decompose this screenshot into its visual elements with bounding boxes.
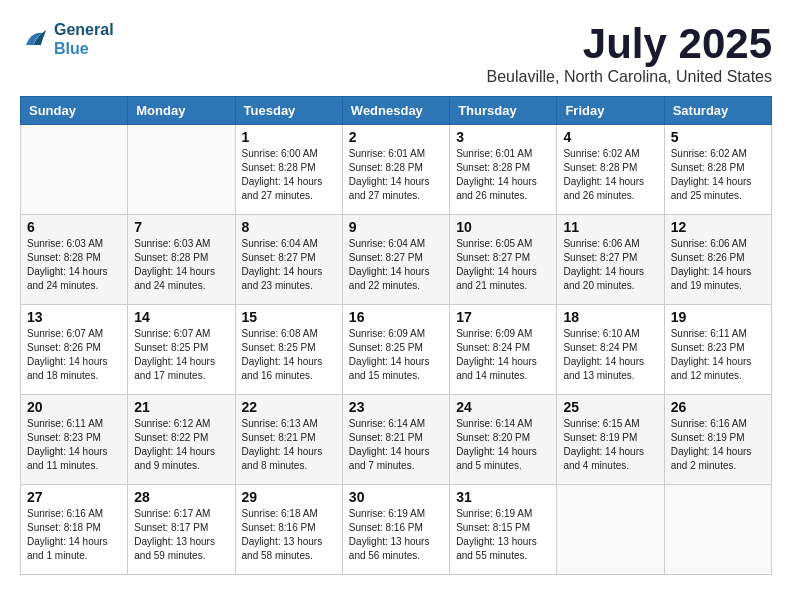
calendar-cell: 24Sunrise: 6:14 AM Sunset: 8:20 PM Dayli… bbox=[450, 395, 557, 485]
calendar-cell bbox=[128, 125, 235, 215]
day-info: Sunrise: 6:02 AM Sunset: 8:28 PM Dayligh… bbox=[671, 147, 765, 203]
calendar-cell: 26Sunrise: 6:16 AM Sunset: 8:19 PM Dayli… bbox=[664, 395, 771, 485]
day-number: 31 bbox=[456, 489, 550, 505]
day-info: Sunrise: 6:08 AM Sunset: 8:25 PM Dayligh… bbox=[242, 327, 336, 383]
calendar-cell: 31Sunrise: 6:19 AM Sunset: 8:15 PM Dayli… bbox=[450, 485, 557, 575]
day-info: Sunrise: 6:11 AM Sunset: 8:23 PM Dayligh… bbox=[671, 327, 765, 383]
day-info: Sunrise: 6:01 AM Sunset: 8:28 PM Dayligh… bbox=[456, 147, 550, 203]
day-number: 15 bbox=[242, 309, 336, 325]
day-info: Sunrise: 6:10 AM Sunset: 8:24 PM Dayligh… bbox=[563, 327, 657, 383]
day-number: 10 bbox=[456, 219, 550, 235]
calendar-cell: 25Sunrise: 6:15 AM Sunset: 8:19 PM Dayli… bbox=[557, 395, 664, 485]
calendar-week-5: 27Sunrise: 6:16 AM Sunset: 8:18 PM Dayli… bbox=[21, 485, 772, 575]
day-number: 22 bbox=[242, 399, 336, 415]
day-number: 20 bbox=[27, 399, 121, 415]
calendar-week-3: 13Sunrise: 6:07 AM Sunset: 8:26 PM Dayli… bbox=[21, 305, 772, 395]
calendar-table: Sunday Monday Tuesday Wednesday Thursday… bbox=[20, 96, 772, 575]
calendar-cell: 21Sunrise: 6:12 AM Sunset: 8:22 PM Dayli… bbox=[128, 395, 235, 485]
col-thursday: Thursday bbox=[450, 97, 557, 125]
day-number: 18 bbox=[563, 309, 657, 325]
calendar-cell: 6Sunrise: 6:03 AM Sunset: 8:28 PM Daylig… bbox=[21, 215, 128, 305]
day-number: 2 bbox=[349, 129, 443, 145]
day-number: 8 bbox=[242, 219, 336, 235]
calendar-cell: 27Sunrise: 6:16 AM Sunset: 8:18 PM Dayli… bbox=[21, 485, 128, 575]
day-info: Sunrise: 6:07 AM Sunset: 8:25 PM Dayligh… bbox=[134, 327, 228, 383]
day-info: Sunrise: 6:18 AM Sunset: 8:16 PM Dayligh… bbox=[242, 507, 336, 563]
calendar-cell: 29Sunrise: 6:18 AM Sunset: 8:16 PM Dayli… bbox=[235, 485, 342, 575]
logo: General Blue bbox=[20, 20, 114, 58]
calendar-cell: 2Sunrise: 6:01 AM Sunset: 8:28 PM Daylig… bbox=[342, 125, 449, 215]
calendar-cell: 5Sunrise: 6:02 AM Sunset: 8:28 PM Daylig… bbox=[664, 125, 771, 215]
col-sunday: Sunday bbox=[21, 97, 128, 125]
calendar-cell bbox=[557, 485, 664, 575]
day-number: 19 bbox=[671, 309, 765, 325]
day-info: Sunrise: 6:03 AM Sunset: 8:28 PM Dayligh… bbox=[134, 237, 228, 293]
calendar-week-2: 6Sunrise: 6:03 AM Sunset: 8:28 PM Daylig… bbox=[21, 215, 772, 305]
calendar-cell: 9Sunrise: 6:04 AM Sunset: 8:27 PM Daylig… bbox=[342, 215, 449, 305]
col-monday: Monday bbox=[128, 97, 235, 125]
calendar-cell: 22Sunrise: 6:13 AM Sunset: 8:21 PM Dayli… bbox=[235, 395, 342, 485]
col-saturday: Saturday bbox=[664, 97, 771, 125]
day-info: Sunrise: 6:11 AM Sunset: 8:23 PM Dayligh… bbox=[27, 417, 121, 473]
calendar-cell: 30Sunrise: 6:19 AM Sunset: 8:16 PM Dayli… bbox=[342, 485, 449, 575]
calendar-cell: 28Sunrise: 6:17 AM Sunset: 8:17 PM Dayli… bbox=[128, 485, 235, 575]
day-info: Sunrise: 6:09 AM Sunset: 8:24 PM Dayligh… bbox=[456, 327, 550, 383]
day-info: Sunrise: 6:02 AM Sunset: 8:28 PM Dayligh… bbox=[563, 147, 657, 203]
day-info: Sunrise: 6:14 AM Sunset: 8:21 PM Dayligh… bbox=[349, 417, 443, 473]
day-number: 21 bbox=[134, 399, 228, 415]
calendar-week-1: 1Sunrise: 6:00 AM Sunset: 8:28 PM Daylig… bbox=[21, 125, 772, 215]
day-info: Sunrise: 6:16 AM Sunset: 8:19 PM Dayligh… bbox=[671, 417, 765, 473]
logo-text-line1: General bbox=[54, 20, 114, 39]
col-friday: Friday bbox=[557, 97, 664, 125]
day-number: 25 bbox=[563, 399, 657, 415]
calendar-cell: 19Sunrise: 6:11 AM Sunset: 8:23 PM Dayli… bbox=[664, 305, 771, 395]
calendar-cell: 17Sunrise: 6:09 AM Sunset: 8:24 PM Dayli… bbox=[450, 305, 557, 395]
day-info: Sunrise: 6:14 AM Sunset: 8:20 PM Dayligh… bbox=[456, 417, 550, 473]
day-number: 27 bbox=[27, 489, 121, 505]
day-info: Sunrise: 6:13 AM Sunset: 8:21 PM Dayligh… bbox=[242, 417, 336, 473]
day-number: 30 bbox=[349, 489, 443, 505]
day-info: Sunrise: 6:01 AM Sunset: 8:28 PM Dayligh… bbox=[349, 147, 443, 203]
day-info: Sunrise: 6:15 AM Sunset: 8:19 PM Dayligh… bbox=[563, 417, 657, 473]
day-info: Sunrise: 6:04 AM Sunset: 8:27 PM Dayligh… bbox=[349, 237, 443, 293]
day-info: Sunrise: 6:16 AM Sunset: 8:18 PM Dayligh… bbox=[27, 507, 121, 563]
day-info: Sunrise: 6:07 AM Sunset: 8:26 PM Dayligh… bbox=[27, 327, 121, 383]
day-info: Sunrise: 6:05 AM Sunset: 8:27 PM Dayligh… bbox=[456, 237, 550, 293]
col-wednesday: Wednesday bbox=[342, 97, 449, 125]
calendar-cell: 18Sunrise: 6:10 AM Sunset: 8:24 PM Dayli… bbox=[557, 305, 664, 395]
day-info: Sunrise: 6:03 AM Sunset: 8:28 PM Dayligh… bbox=[27, 237, 121, 293]
day-info: Sunrise: 6:19 AM Sunset: 8:15 PM Dayligh… bbox=[456, 507, 550, 563]
calendar-cell: 20Sunrise: 6:11 AM Sunset: 8:23 PM Dayli… bbox=[21, 395, 128, 485]
calendar-cell: 8Sunrise: 6:04 AM Sunset: 8:27 PM Daylig… bbox=[235, 215, 342, 305]
location-title: Beulaville, North Carolina, United State… bbox=[487, 68, 772, 86]
day-number: 28 bbox=[134, 489, 228, 505]
day-number: 1 bbox=[242, 129, 336, 145]
day-number: 4 bbox=[563, 129, 657, 145]
day-number: 14 bbox=[134, 309, 228, 325]
calendar-cell: 12Sunrise: 6:06 AM Sunset: 8:26 PM Dayli… bbox=[664, 215, 771, 305]
logo-icon bbox=[20, 24, 50, 54]
calendar-cell bbox=[21, 125, 128, 215]
day-number: 16 bbox=[349, 309, 443, 325]
day-number: 5 bbox=[671, 129, 765, 145]
calendar-cell: 11Sunrise: 6:06 AM Sunset: 8:27 PM Dayli… bbox=[557, 215, 664, 305]
day-number: 23 bbox=[349, 399, 443, 415]
calendar-cell: 16Sunrise: 6:09 AM Sunset: 8:25 PM Dayli… bbox=[342, 305, 449, 395]
day-number: 26 bbox=[671, 399, 765, 415]
calendar-cell: 3Sunrise: 6:01 AM Sunset: 8:28 PM Daylig… bbox=[450, 125, 557, 215]
day-info: Sunrise: 6:04 AM Sunset: 8:27 PM Dayligh… bbox=[242, 237, 336, 293]
title-block: July 2025 Beulaville, North Carolina, Un… bbox=[487, 20, 772, 86]
day-info: Sunrise: 6:06 AM Sunset: 8:27 PM Dayligh… bbox=[563, 237, 657, 293]
day-number: 6 bbox=[27, 219, 121, 235]
day-info: Sunrise: 6:09 AM Sunset: 8:25 PM Dayligh… bbox=[349, 327, 443, 383]
calendar-cell: 10Sunrise: 6:05 AM Sunset: 8:27 PM Dayli… bbox=[450, 215, 557, 305]
day-number: 11 bbox=[563, 219, 657, 235]
logo-text-line2: Blue bbox=[54, 39, 114, 58]
calendar-cell: 23Sunrise: 6:14 AM Sunset: 8:21 PM Dayli… bbox=[342, 395, 449, 485]
day-number: 29 bbox=[242, 489, 336, 505]
day-info: Sunrise: 6:12 AM Sunset: 8:22 PM Dayligh… bbox=[134, 417, 228, 473]
col-tuesday: Tuesday bbox=[235, 97, 342, 125]
month-title: July 2025 bbox=[487, 20, 772, 68]
day-number: 7 bbox=[134, 219, 228, 235]
calendar-cell: 4Sunrise: 6:02 AM Sunset: 8:28 PM Daylig… bbox=[557, 125, 664, 215]
